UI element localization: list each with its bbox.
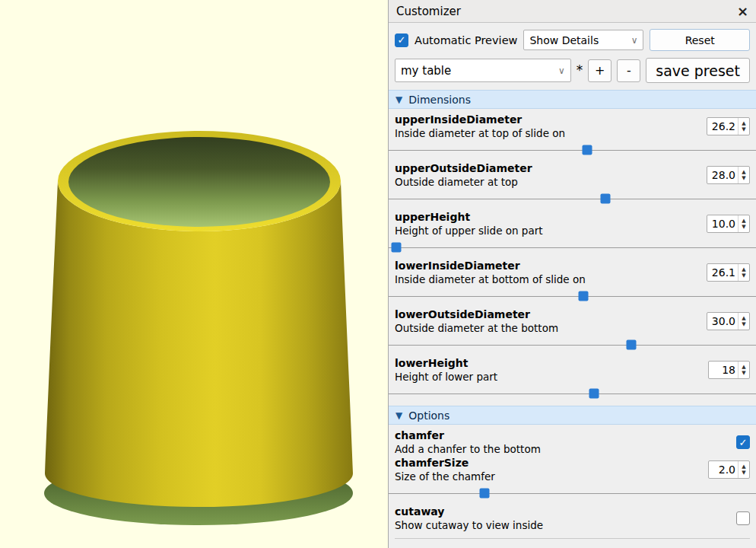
check-icon: ✓ [739, 438, 748, 448]
upperHeight-slider[interactable] [389, 239, 756, 255]
param-chamfer-group: chamfer Add a chanfer to the bottom ✓ ch… [389, 425, 756, 501]
remove-preset-button[interactable]: - [617, 59, 640, 82]
param-upperOutsideDiameter: upperOutsideDiameter Outside diameter at… [389, 158, 756, 206]
add-preset-label: + [595, 63, 605, 78]
lowerOutsideDiameter-slider[interactable] [389, 336, 756, 352]
spin-up-icon[interactable]: ▲ [742, 464, 745, 470]
lowerOutsideDiameter-spinbox[interactable]: 30.0 ▲ ▼ [707, 312, 750, 330]
check-icon: ✓ [398, 35, 406, 45]
spinbox-value: 28.0 [707, 167, 738, 183]
lowerInsideDiameter-slider[interactable] [389, 288, 756, 304]
spinbox-buttons: ▲ ▼ [738, 167, 749, 183]
param-name: upperOutsideDiameter [395, 161, 700, 175]
close-icon[interactable]: × [737, 5, 748, 18]
panel-title: Customizer [396, 5, 737, 18]
spin-down-icon[interactable]: ▼ [742, 126, 745, 132]
spin-down-icon[interactable]: ▼ [742, 370, 745, 376]
save-preset-label: save preset [656, 62, 740, 79]
spin-up-icon[interactable]: ▲ [742, 364, 745, 370]
automatic-preview-checkbox[interactable]: ✓ [395, 33, 408, 47]
param-lowerOutsideDiameter: lowerOutsideDiameter Outside diameter at… [389, 304, 756, 352]
spin-down-icon[interactable]: ▼ [742, 321, 745, 327]
param-desc: Outside diameter at top [395, 175, 700, 189]
slider-handle[interactable] [582, 145, 592, 155]
param-name: upperHeight [395, 210, 700, 224]
slider-handle[interactable] [626, 339, 636, 349]
spin-up-icon[interactable]: ▲ [742, 120, 745, 126]
lowerInsideDiameter-spinbox[interactable]: 26.1 ▲ ▼ [707, 263, 750, 282]
spin-down-icon[interactable]: ▼ [742, 470, 745, 476]
spinbox-value: 10.0 [707, 215, 738, 232]
slider-handle[interactable] [589, 388, 599, 398]
save-preset-button[interactable]: save preset [646, 58, 750, 83]
param-lowerHeight: lowerHeight Height of lower part 18 ▲ ▼ [389, 352, 756, 401]
param-desc: Height of upper slide on part [395, 224, 700, 237]
spin-down-icon[interactable]: ▼ [742, 224, 745, 230]
section-header-dimensions[interactable]: ▼ Dimensions [389, 90, 756, 109]
chamferSize-slider[interactable] [389, 485, 756, 501]
preset-row: my table ∨ * + - save preset [389, 55, 756, 90]
param-name: lowerHeight [395, 356, 702, 370]
chevron-down-icon: ∨ [624, 35, 638, 46]
param-name: chamferSize [395, 456, 702, 470]
upperInsideDiameter-slider[interactable] [389, 142, 756, 158]
param-name: lowerInsideDiameter [395, 259, 700, 272]
collapse-triangle-icon: ▼ [395, 411, 402, 420]
lowerHeight-spinbox[interactable]: 18 ▲ ▼ [708, 361, 750, 379]
param-desc: Show cutaway to view inside [395, 518, 736, 532]
param-lowerInsideDiameter: lowerInsideDiameter Inside diameter at b… [389, 255, 756, 304]
param-desc: Size of the chamfer [395, 470, 702, 483]
customizer-titlebar: Customizer × [389, 0, 756, 23]
slider-track [389, 199, 756, 199]
spinbox-buttons: ▲ ▼ [738, 362, 749, 378]
section-label-options: Options [408, 409, 449, 422]
section-header-options[interactable]: ▼ Options [389, 406, 756, 425]
upperOutsideDiameter-slider[interactable] [389, 190, 756, 206]
param-upperHeight: upperHeight Height of upper slide on par… [389, 206, 756, 255]
spin-down-icon[interactable]: ▼ [742, 175, 745, 181]
slider-track [389, 393, 756, 394]
slider-handle[interactable] [391, 242, 401, 252]
spin-up-icon[interactable]: ▲ [742, 218, 745, 224]
show-details-value: Show Details [529, 34, 599, 46]
spinbox-value: 2.0 [709, 461, 738, 478]
slider-handle[interactable] [578, 291, 588, 301]
spin-up-icon[interactable]: ▲ [742, 315, 745, 321]
spin-up-icon[interactable]: ▲ [742, 266, 745, 272]
spinbox-value: 30.0 [707, 313, 738, 330]
show-details-dropdown[interactable]: Show Details ∨ [523, 30, 643, 50]
param-cutaway: cutaway Show cutaway to view inside ✓ [389, 501, 756, 539]
spin-up-icon[interactable]: ▲ [742, 169, 745, 175]
slider-track [389, 345, 756, 346]
add-preset-button[interactable]: + [588, 59, 611, 82]
preset-value: my table [401, 64, 451, 78]
remove-preset-label: - [627, 63, 631, 78]
chamfer-checkbox[interactable]: ✓ [736, 435, 750, 449]
param-name: chamfer [395, 429, 736, 442]
param-upperInsideDiameter: upperInsideDiameter Inside diameter at t… [389, 109, 756, 158]
slider-handle[interactable] [600, 193, 610, 203]
chevron-down-icon: ∨ [551, 65, 565, 76]
spin-down-icon[interactable]: ▼ [742, 272, 745, 279]
divider [395, 538, 750, 539]
spinbox-value: 26.2 [707, 118, 738, 135]
cutaway-checkbox[interactable]: ✓ [736, 511, 750, 525]
preset-dropdown[interactable]: my table ∨ [395, 59, 571, 82]
upperHeight-spinbox[interactable]: 10.0 ▲ ▼ [707, 215, 750, 233]
reset-button[interactable]: Reset [650, 29, 750, 51]
param-name: upperInsideDiameter [395, 113, 700, 126]
lowerHeight-slider[interactable] [389, 385, 756, 401]
slider-track [389, 247, 756, 248]
upperInsideDiameter-spinbox[interactable]: 26.2 ▲ ▼ [707, 117, 750, 135]
param-desc: Add a chanfer to the bottom [395, 442, 736, 456]
preset-modified-marker: * [577, 64, 583, 77]
slider-track [389, 493, 756, 494]
3d-viewport[interactable] [0, 0, 388, 548]
slider-handle[interactable] [479, 488, 489, 498]
upperOutsideDiameter-spinbox[interactable]: 28.0 ▲ ▼ [707, 166, 750, 184]
customizer-toolbar: ✓ Automatic Preview Show Details ∨ Reset [389, 23, 756, 55]
chamferSize-spinbox[interactable]: 2.0 ▲ ▼ [708, 460, 750, 479]
model-inner-cavity [68, 137, 330, 227]
param-name: lowerOutsideDiameter [395, 307, 700, 321]
spinbox-buttons: ▲ ▼ [738, 118, 749, 135]
